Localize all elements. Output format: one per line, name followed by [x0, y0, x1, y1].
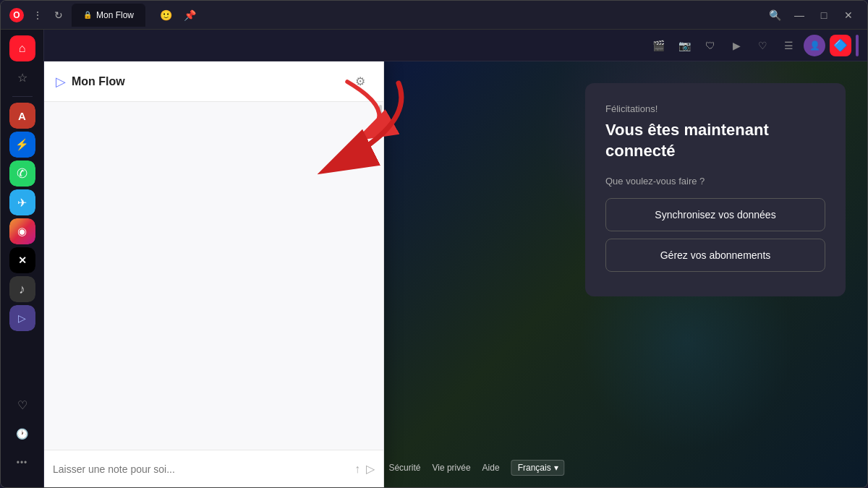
question-text: Que voulez-vous faire ? [605, 176, 825, 187]
minimize-button[interactable]: — [789, 5, 809, 25]
addr-icon-heart[interactable]: ♡ [752, 35, 773, 56]
user-avatar[interactable]: 👤 [804, 35, 825, 56]
flow-content [44, 102, 383, 450]
close-button[interactable]: ✕ [838, 5, 859, 25]
addr-icon-screencast[interactable]: 🎬 [647, 35, 669, 56]
flow-title: Mon Flow [72, 75, 349, 88]
flow-send-icon[interactable]: ▷ [366, 462, 375, 476]
flow-title-icon: ▷ [56, 74, 66, 90]
sidebar-item-favorites[interactable]: ☆ [9, 64, 35, 90]
connected-title: Vous êtes maintenant connecté [605, 120, 825, 161]
footer-link-help[interactable]: Aide [482, 463, 500, 473]
sidebar-item-instagram[interactable]: ◉ [9, 218, 35, 244]
sidebar-top: ⌂ ☆ A ⚡ ✆ ✈ ◉ ✕ [9, 35, 35, 392]
tab-lock-icon: 🔒 [83, 11, 92, 19]
sidebar-item-history[interactable]: 🕐 [9, 421, 35, 447]
language-selector[interactable]: Français ▾ [511, 460, 565, 476]
refresh-icon[interactable]: ↻ [51, 8, 66, 22]
maximize-button[interactable]: □ [814, 5, 834, 25]
sidebar-item-more[interactable]: ••• [9, 450, 35, 476]
addr-icon-menu[interactable]: ☰ [778, 35, 799, 56]
sidebar-item-whatsapp[interactable]: ✆ [9, 160, 35, 187]
sidebar-item-telegram[interactable]: ✈ [9, 189, 35, 215]
emoji-icon[interactable]: 🙂 [157, 8, 175, 22]
sidebar-item-messenger[interactable]: ⚡ [9, 132, 35, 158]
opera-logo[interactable]: O [9, 8, 24, 22]
addr-icon-play[interactable]: ▶ [726, 35, 747, 56]
title-bar: O ⋮ ↻ 🔒 Mon Flow 🙂 📌 🔍 — □ ✕ [1, 1, 867, 30]
sidebar-item-home[interactable]: ⌂ [9, 35, 35, 61]
sync-data-button[interactable]: Synchronisez vos données [605, 198, 825, 231]
sidebar-item-aria[interactable]: A [9, 103, 35, 129]
manage-subscriptions-button[interactable]: Gérez vos abonnements [605, 239, 825, 272]
flow-scrollbar[interactable] [379, 105, 382, 134]
purple-accent-bar [856, 35, 859, 56]
connected-card: Félicitations! Vous êtes maintenant conn… [585, 83, 846, 296]
window-controls: 🔍 — □ ✕ [765, 5, 859, 25]
sidebar-item-flow[interactable]: ▷ [9, 305, 35, 331]
flow-header: ▷ Mon Flow ⚙ [44, 61, 383, 102]
tab-label: Mon Flow [96, 10, 134, 20]
search-icon[interactable]: 🔍 [765, 5, 785, 25]
sidebar-bottom: ♡ 🕐 ••• [9, 392, 35, 481]
sidebar-item-heart[interactable]: ♡ [9, 392, 35, 418]
flow-panel: ▷ Mon Flow ⚙ ↑ ▷ [44, 61, 384, 487]
language-label: Français [518, 463, 551, 473]
addr-icon-screenshot[interactable]: 📷 [673, 35, 695, 56]
pin-icon[interactable]: 📌 [181, 8, 199, 22]
addr-icon-flow[interactable]: 🔷 [830, 35, 851, 56]
flow-footer: ↑ ▷ [44, 450, 383, 487]
menu-dots-icon[interactable]: ⋮ [30, 8, 46, 22]
flow-note-input[interactable] [53, 463, 349, 475]
addr-icon-vpn[interactable]: 🛡 [699, 35, 721, 56]
flow-settings-button[interactable]: ⚙ [349, 70, 372, 93]
flow-share-icon[interactable]: ↑ [354, 463, 360, 476]
congrats-text: Félicitations! [605, 103, 825, 114]
title-bar-left: O ⋮ ↻ [9, 8, 66, 22]
browser-body: ⌂ ☆ A ⚡ ✆ ✈ ◉ ✕ [1, 30, 867, 487]
sidebar-item-twitter[interactable]: ✕ [9, 247, 35, 273]
sidebar: ⌂ ☆ A ⚡ ✆ ✈ ◉ ✕ [1, 30, 44, 487]
footer-link-privacy[interactable]: Vie privée [432, 463, 470, 473]
sidebar-divider [12, 96, 33, 97]
content-area: ▷ Mon Flow ⚙ ↑ ▷ [44, 61, 867, 487]
address-bar-row: 🎬 📷 🛡 ▶ ♡ ☰ 👤 🔷 [44, 30, 867, 61]
lang-chevron-icon: ▾ [554, 463, 558, 473]
footer-link-security[interactable]: Sécurité [388, 463, 420, 473]
addr-toolbar: 🎬 📷 🛡 ▶ ♡ ☰ 👤 🔷 [647, 35, 859, 56]
sidebar-item-music[interactable]: ♪ [9, 276, 35, 302]
active-tab[interactable]: 🔒 Mon Flow [72, 4, 145, 27]
